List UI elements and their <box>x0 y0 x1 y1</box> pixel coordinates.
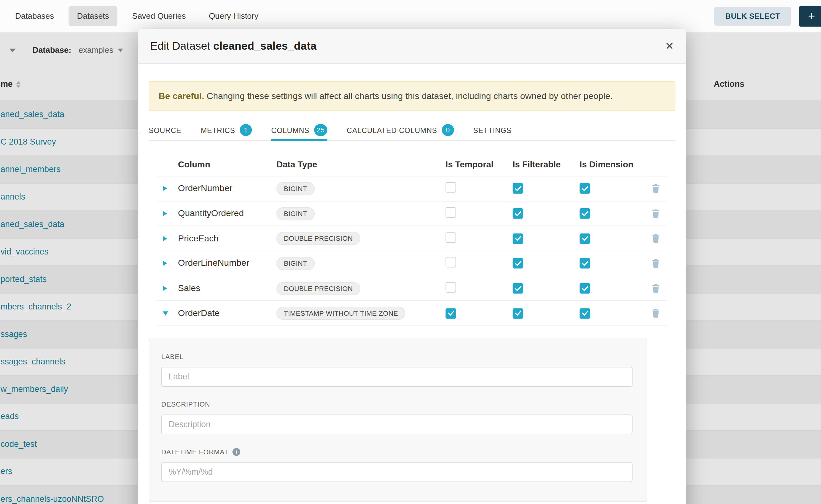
tab-metrics[interactable]: METRICS1 <box>200 120 252 140</box>
header-is-temporal: Is Temporal <box>437 160 504 170</box>
data-type-cell: BIGINT <box>276 207 437 220</box>
trash-icon[interactable] <box>652 259 660 268</box>
column-name: PriceEach <box>178 233 276 244</box>
columns-table: Column Data Type Is Temporal Is Filterab… <box>157 153 667 326</box>
data-type-pill: DOUBLE PRECISION <box>276 282 360 295</box>
datetime-format-field-group: DATETIME FORMAT i <box>161 448 632 482</box>
expand-caret-icon[interactable] <box>163 211 167 216</box>
trash-cell <box>644 184 667 193</box>
checkbox-is-temporal[interactable] <box>446 282 456 293</box>
description-input[interactable] <box>161 415 632 435</box>
tab-settings[interactable]: SETTINGS <box>473 120 512 140</box>
checkbox-is-filterable[interactable] <box>513 308 523 319</box>
warning-banner: Be careful. Changing these settings will… <box>149 81 675 111</box>
tab-label: SOURCE <box>149 126 181 134</box>
columns-rows: OrderNumberBIGINTQuantityOrderedBIGINTPr… <box>157 176 667 326</box>
description-field-group: DESCRIPTION <box>161 400 632 434</box>
nav-item-saved-queries[interactable]: Saved Queries <box>124 6 194 26</box>
checkbox-is-temporal[interactable] <box>446 232 456 243</box>
checkbox-is-dimension[interactable] <box>580 308 590 319</box>
column-row: PriceEachDOUBLE PRECISION <box>157 226 667 251</box>
trash-icon[interactable] <box>652 309 660 318</box>
trash-cell <box>644 309 667 318</box>
checkbox-is-filterable-cell <box>504 183 571 194</box>
tab-label: COLUMNS <box>271 126 309 134</box>
info-icon[interactable]: i <box>233 448 240 456</box>
modal-tabs: SOURCEMETRICS1COLUMNS25CALCULATED COLUMN… <box>149 120 675 141</box>
app-root: DatabasesDatasetsSaved QueriesQuery Hist… <box>0 0 821 504</box>
checkbox-is-filterable[interactable] <box>513 233 523 244</box>
add-dataset-button[interactable]: + <box>799 6 821 27</box>
trash-icon[interactable] <box>652 209 660 218</box>
checkbox-is-temporal[interactable] <box>446 182 456 193</box>
tab-source[interactable]: SOURCE <box>149 120 181 140</box>
checkbox-is-temporal-cell <box>437 308 504 319</box>
checkbox-is-dimension[interactable] <box>580 208 590 219</box>
checkbox-is-filterable-cell <box>504 208 571 219</box>
checkbox-is-temporal-cell <box>437 282 504 295</box>
data-type-pill: BIGINT <box>276 257 314 270</box>
header-is-dimension: Is Dimension <box>571 160 644 170</box>
datetime-format-field-label: DATETIME FORMAT i <box>161 448 632 456</box>
close-icon[interactable]: ✕ <box>665 41 674 52</box>
checkbox-is-dimension[interactable] <box>580 258 590 269</box>
nav-item-databases[interactable]: Databases <box>7 6 62 26</box>
trash-icon[interactable] <box>652 234 660 243</box>
checkbox-is-filterable[interactable] <box>513 258 523 269</box>
checkbox-is-filterable[interactable] <box>513 283 523 294</box>
checkbox-is-dimension-cell <box>571 183 644 194</box>
expand-caret-icon[interactable] <box>163 236 167 241</box>
checkbox-is-temporal[interactable] <box>446 308 456 319</box>
checkbox-is-dimension-cell <box>571 233 644 244</box>
warning-banner-emphasis: Be careful. <box>159 91 204 101</box>
trash-cell <box>644 209 667 218</box>
checkbox-is-temporal[interactable] <box>446 257 456 268</box>
tab-label: SETTINGS <box>473 126 512 134</box>
checkbox-is-temporal-cell <box>437 207 504 220</box>
label-field-label-text: LABEL <box>161 353 183 361</box>
tab-badge: 0 <box>442 124 454 136</box>
label-field-group: LABEL <box>161 353 632 387</box>
nav-items: DatabasesDatasetsSaved QueriesQuery Hist… <box>0 6 267 26</box>
checkbox-is-filterable[interactable] <box>513 208 523 219</box>
tab-columns[interactable]: COLUMNS25 <box>271 120 327 140</box>
tab-label: METRICS <box>200 126 235 134</box>
label-input[interactable] <box>161 367 632 387</box>
modal-title-prefix: Edit Dataset <box>150 40 210 52</box>
column-row: SalesDOUBLE PRECISION <box>157 276 667 301</box>
description-field-label-text: DESCRIPTION <box>161 400 210 408</box>
checkbox-is-temporal-cell <box>437 182 504 195</box>
modal-body: Be careful. Changing these settings will… <box>138 64 686 504</box>
checkbox-is-filterable[interactable] <box>513 183 523 194</box>
data-type-cell: DOUBLE PRECISION <box>276 282 437 295</box>
expand-caret-icon[interactable] <box>163 286 167 291</box>
checkbox-is-dimension[interactable] <box>580 283 590 294</box>
expand-caret-icon[interactable] <box>163 261 167 266</box>
bulk-select-button[interactable]: BULK SELECT <box>714 7 791 25</box>
trash-cell <box>644 284 667 293</box>
checkbox-is-dimension[interactable] <box>580 183 590 194</box>
trash-icon[interactable] <box>652 184 660 193</box>
expand-caret-icon[interactable] <box>163 186 167 191</box>
trash-icon[interactable] <box>652 284 660 293</box>
nav-item-datasets[interactable]: Datasets <box>69 6 117 26</box>
tab-calculated-columns[interactable]: CALCULATED COLUMNS0 <box>347 120 454 140</box>
datetime-format-input[interactable] <box>161 462 632 482</box>
trash-cell <box>644 234 667 243</box>
collapse-caret-icon[interactable] <box>163 311 168 315</box>
checkbox-is-dimension-cell <box>571 308 644 319</box>
datetime-format-label-text: DATETIME FORMAT <box>161 448 228 456</box>
column-detail-panel: LABEL DESCRIPTION DATETIME FORMAT i <box>149 339 647 502</box>
caret-cell <box>157 211 178 216</box>
trash-cell <box>644 259 667 268</box>
data-type-pill: TIMESTAMP WITHOUT TIME ZONE <box>276 307 405 320</box>
checkbox-is-temporal[interactable] <box>446 207 456 218</box>
nav-item-query-history[interactable]: Query History <box>200 6 267 26</box>
checkbox-is-filterable-cell <box>504 283 571 294</box>
data-type-cell: BIGINT <box>276 182 437 195</box>
warning-banner-text: Changing these settings will affect all … <box>206 91 613 101</box>
column-row: QuantityOrderedBIGINT <box>157 201 667 226</box>
checkbox-is-dimension-cell <box>571 258 644 269</box>
checkbox-is-dimension[interactable] <box>580 233 590 244</box>
data-type-cell: TIMESTAMP WITHOUT TIME ZONE <box>276 307 437 320</box>
